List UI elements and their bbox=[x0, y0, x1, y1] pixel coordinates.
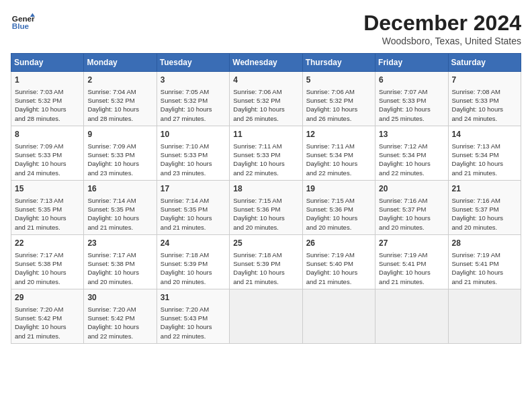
calendar-day-cell: 27Sunrise: 7:19 AMSunset: 5:41 PMDayligh… bbox=[375, 234, 448, 289]
calendar-day-cell: 9Sunrise: 7:09 AMSunset: 5:33 PMDaylight… bbox=[84, 126, 157, 180]
day-content: Sunrise: 7:11 AMSunset: 5:33 PMDaylight:… bbox=[233, 142, 298, 177]
title-area: December 2024 Woodsboro, Texas, United S… bbox=[363, 11, 521, 46]
day-content: Sunrise: 7:12 AMSunset: 5:34 PMDaylight:… bbox=[379, 142, 444, 177]
day-content: Sunrise: 7:07 AMSunset: 5:33 PMDaylight:… bbox=[379, 87, 444, 123]
day-content: Sunrise: 7:14 AMSunset: 5:35 PMDaylight:… bbox=[87, 196, 152, 232]
calendar-day-cell: 31Sunrise: 7:20 AMSunset: 5:43 PMDayligh… bbox=[157, 289, 229, 343]
calendar-week-row: 22Sunrise: 7:17 AMSunset: 5:38 PMDayligh… bbox=[11, 234, 521, 289]
weekday-header-row: SundayMondayTuesdayWednesdayThursdayFrid… bbox=[11, 54, 521, 72]
calendar-day-cell bbox=[448, 289, 521, 343]
day-number: 7 bbox=[452, 75, 517, 86]
calendar-day-cell: 14Sunrise: 7:13 AMSunset: 5:34 PMDayligh… bbox=[448, 126, 521, 180]
day-content: Sunrise: 7:19 AMSunset: 5:41 PMDaylight:… bbox=[452, 250, 517, 286]
day-number: 21 bbox=[452, 183, 517, 195]
day-number: 14 bbox=[452, 129, 517, 140]
day-number: 2 bbox=[87, 75, 152, 86]
svg-text:Blue: Blue bbox=[12, 21, 30, 30]
calendar-day-cell: 25Sunrise: 7:18 AMSunset: 5:39 PMDayligh… bbox=[230, 234, 302, 289]
day-number: 16 bbox=[87, 183, 152, 195]
day-content: Sunrise: 7:17 AMSunset: 5:38 PMDaylight:… bbox=[87, 250, 152, 286]
day-content: Sunrise: 7:16 AMSunset: 5:37 PMDaylight:… bbox=[379, 196, 444, 232]
day-number: 8 bbox=[15, 129, 80, 140]
calendar-day-cell: 16Sunrise: 7:14 AMSunset: 5:35 PMDayligh… bbox=[84, 180, 157, 234]
day-content: Sunrise: 7:19 AMSunset: 5:40 PMDaylight:… bbox=[306, 250, 371, 286]
day-number: 6 bbox=[379, 75, 444, 86]
calendar-day-cell: 19Sunrise: 7:15 AMSunset: 5:36 PMDayligh… bbox=[302, 180, 375, 234]
day-number: 24 bbox=[161, 238, 226, 249]
day-content: Sunrise: 7:17 AMSunset: 5:38 PMDaylight:… bbox=[15, 250, 80, 286]
day-content: Sunrise: 7:06 AMSunset: 5:32 PMDaylight:… bbox=[306, 87, 371, 123]
calendar-week-row: 29Sunrise: 7:20 AMSunset: 5:42 PMDayligh… bbox=[11, 289, 521, 343]
weekday-header-thursday: Thursday bbox=[302, 54, 375, 72]
weekday-header-monday: Monday bbox=[84, 54, 157, 72]
day-number: 9 bbox=[87, 129, 152, 140]
day-number: 1 bbox=[15, 75, 80, 86]
day-content: Sunrise: 7:18 AMSunset: 5:39 PMDaylight:… bbox=[233, 250, 298, 286]
day-content: Sunrise: 7:13 AMSunset: 5:35 PMDaylight:… bbox=[15, 196, 80, 232]
day-content: Sunrise: 7:18 AMSunset: 5:39 PMDaylight:… bbox=[161, 250, 226, 286]
calendar-day-cell: 20Sunrise: 7:16 AMSunset: 5:37 PMDayligh… bbox=[375, 180, 448, 234]
page-header: General Blue December 2024 Woodsboro, Te… bbox=[11, 11, 521, 46]
day-content: Sunrise: 7:09 AMSunset: 5:33 PMDaylight:… bbox=[15, 142, 80, 177]
weekday-header-wednesday: Wednesday bbox=[230, 54, 302, 72]
calendar-week-row: 1Sunrise: 7:03 AMSunset: 5:32 PMDaylight… bbox=[11, 72, 521, 126]
day-number: 19 bbox=[306, 183, 371, 195]
day-content: Sunrise: 7:04 AMSunset: 5:32 PMDaylight:… bbox=[87, 87, 152, 123]
calendar-week-row: 15Sunrise: 7:13 AMSunset: 5:35 PMDayligh… bbox=[11, 180, 521, 234]
calendar-day-cell: 24Sunrise: 7:18 AMSunset: 5:39 PMDayligh… bbox=[157, 234, 229, 289]
calendar-day-cell: 1Sunrise: 7:03 AMSunset: 5:32 PMDaylight… bbox=[11, 72, 84, 126]
day-number: 23 bbox=[87, 238, 152, 249]
calendar-day-cell: 22Sunrise: 7:17 AMSunset: 5:38 PMDayligh… bbox=[11, 234, 84, 289]
calendar-day-cell: 29Sunrise: 7:20 AMSunset: 5:42 PMDayligh… bbox=[11, 289, 84, 343]
calendar-day-cell: 8Sunrise: 7:09 AMSunset: 5:33 PMDaylight… bbox=[11, 126, 84, 180]
weekday-header-tuesday: Tuesday bbox=[157, 54, 229, 72]
calendar-day-cell bbox=[230, 289, 302, 343]
calendar-day-cell: 10Sunrise: 7:10 AMSunset: 5:33 PMDayligh… bbox=[157, 126, 229, 180]
day-number: 28 bbox=[452, 238, 517, 249]
day-number: 29 bbox=[15, 292, 80, 304]
day-number: 31 bbox=[161, 292, 226, 304]
weekday-header-sunday: Sunday bbox=[11, 54, 84, 72]
calendar-day-cell: 2Sunrise: 7:04 AMSunset: 5:32 PMDaylight… bbox=[84, 72, 157, 126]
day-number: 15 bbox=[15, 183, 80, 195]
calendar-day-cell: 5Sunrise: 7:06 AMSunset: 5:32 PMDaylight… bbox=[302, 72, 375, 126]
location-title: Woodsboro, Texas, United States bbox=[363, 36, 521, 46]
day-number: 18 bbox=[233, 183, 298, 195]
day-content: Sunrise: 7:10 AMSunset: 5:33 PMDaylight:… bbox=[161, 142, 226, 177]
month-title: December 2024 bbox=[363, 11, 521, 36]
day-number: 22 bbox=[15, 238, 80, 249]
day-number: 4 bbox=[233, 75, 298, 86]
calendar-day-cell bbox=[375, 289, 448, 343]
day-content: Sunrise: 7:06 AMSunset: 5:32 PMDaylight:… bbox=[233, 87, 298, 123]
day-content: Sunrise: 7:03 AMSunset: 5:32 PMDaylight:… bbox=[15, 87, 80, 123]
calendar-day-cell: 28Sunrise: 7:19 AMSunset: 5:41 PMDayligh… bbox=[448, 234, 521, 289]
day-content: Sunrise: 7:20 AMSunset: 5:43 PMDaylight:… bbox=[161, 305, 226, 340]
calendar-day-cell: 23Sunrise: 7:17 AMSunset: 5:38 PMDayligh… bbox=[84, 234, 157, 289]
day-number: 5 bbox=[306, 75, 371, 86]
day-number: 12 bbox=[306, 129, 371, 140]
day-number: 27 bbox=[379, 238, 444, 249]
day-number: 30 bbox=[87, 292, 152, 304]
day-content: Sunrise: 7:16 AMSunset: 5:37 PMDaylight:… bbox=[452, 196, 517, 232]
day-content: Sunrise: 7:13 AMSunset: 5:34 PMDaylight:… bbox=[452, 142, 517, 177]
calendar-day-cell: 11Sunrise: 7:11 AMSunset: 5:33 PMDayligh… bbox=[230, 126, 302, 180]
day-content: Sunrise: 7:14 AMSunset: 5:35 PMDaylight:… bbox=[161, 196, 226, 232]
calendar-day-cell: 13Sunrise: 7:12 AMSunset: 5:34 PMDayligh… bbox=[375, 126, 448, 180]
calendar-day-cell: 17Sunrise: 7:14 AMSunset: 5:35 PMDayligh… bbox=[157, 180, 229, 234]
day-number: 26 bbox=[306, 238, 371, 249]
day-number: 11 bbox=[233, 129, 298, 140]
calendar-day-cell: 18Sunrise: 7:15 AMSunset: 5:36 PMDayligh… bbox=[230, 180, 302, 234]
day-number: 3 bbox=[161, 75, 226, 86]
calendar-week-row: 8Sunrise: 7:09 AMSunset: 5:33 PMDaylight… bbox=[11, 126, 521, 180]
day-content: Sunrise: 7:11 AMSunset: 5:34 PMDaylight:… bbox=[306, 142, 371, 177]
calendar-day-cell: 30Sunrise: 7:20 AMSunset: 5:42 PMDayligh… bbox=[84, 289, 157, 343]
day-content: Sunrise: 7:20 AMSunset: 5:42 PMDaylight:… bbox=[15, 305, 80, 340]
day-number: 20 bbox=[379, 183, 444, 195]
weekday-header-friday: Friday bbox=[375, 54, 448, 72]
calendar-day-cell: 4Sunrise: 7:06 AMSunset: 5:32 PMDaylight… bbox=[230, 72, 302, 126]
day-content: Sunrise: 7:05 AMSunset: 5:32 PMDaylight:… bbox=[161, 87, 226, 123]
calendar-day-cell: 15Sunrise: 7:13 AMSunset: 5:35 PMDayligh… bbox=[11, 180, 84, 234]
calendar-day-cell: 3Sunrise: 7:05 AMSunset: 5:32 PMDaylight… bbox=[157, 72, 229, 126]
calendar-day-cell: 26Sunrise: 7:19 AMSunset: 5:40 PMDayligh… bbox=[302, 234, 375, 289]
logo: General Blue bbox=[11, 11, 35, 35]
